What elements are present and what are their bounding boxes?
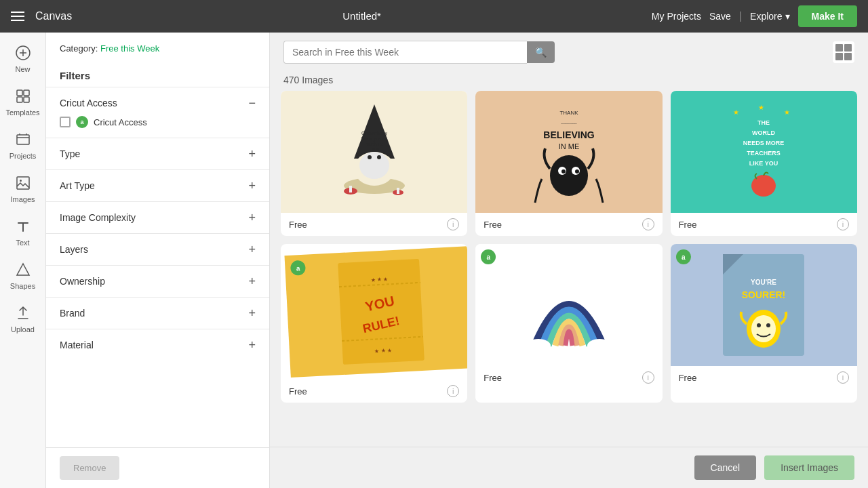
layers-header[interactable]: Layers + [60,243,256,256]
filter-section-brand: Brand + [46,297,269,329]
type-toggle[interactable]: + [248,148,256,160]
cricut-access-header[interactable]: Cricut Access − [60,97,256,109]
cancel-button[interactable]: Cancel [694,455,757,480]
svg-point-50 [587,339,612,352]
image-card-3[interactable]: ★ ★ ★ THE WORLD NEEDS MORE TEACHERS LIKE… [671,91,857,236]
ownership-header[interactable]: Ownership + [60,275,256,287]
svg-point-31 [575,169,579,174]
image-thumb-1: Gnomebody loves you as much as I do! [281,91,467,213]
info-icon-3[interactable]: i [837,218,849,230]
image-thumb-6: a YOU'RE SOURER! [671,244,857,366]
svg-marker-8 [17,264,29,275]
material-toggle[interactable]: + [248,339,256,351]
templates-icon [14,87,33,106]
sidebar-item-upload[interactable]: Upload [3,298,43,339]
image-price-4: Free [289,386,307,396]
make-it-button[interactable]: Make It [798,5,857,27]
cricut-access-checkbox[interactable] [60,117,71,127]
sidebar-item-projects[interactable]: Projects [3,125,43,165]
svg-text:_______: _______ [560,120,577,124]
info-icon-2[interactable]: i [642,218,654,230]
svg-text:★ ★ ★: ★ ★ ★ [370,276,388,283]
image-card-4[interactable]: a ★ ★ ★ YOU RULE! ★ ★ ★ Free i [281,244,467,403]
info-icon-6[interactable]: i [837,371,849,384]
image-complexity-title: Image Complexity [60,212,136,223]
sidebar-text-label: Text [16,239,29,247]
grid-cell-3 [835,53,843,60]
svg-point-27 [550,155,588,196]
sidebar-templates-label: Templates [5,108,39,117]
image-card-2[interactable]: THANK _______ BELIEVING IN ME [475,91,662,236]
layers-toggle[interactable]: + [248,243,256,256]
svg-point-57 [757,323,761,327]
svg-point-41 [751,175,776,197]
ownership-title: Ownership [60,276,105,287]
search-input[interactable] [283,41,527,64]
image-card-5[interactable]: a Free i [475,244,662,403]
brand-header[interactable]: Brand + [60,307,256,319]
brand-toggle[interactable]: + [248,307,256,319]
sidebar-item-images[interactable]: Images [3,168,43,209]
save-button[interactable]: Save [709,11,731,22]
content-header: 🔍 [270,33,868,72]
ownership-toggle[interactable]: + [248,275,256,287]
sidebar-item-text[interactable]: Text [3,211,43,252]
svg-text:BELIEVING: BELIEVING [543,129,595,140]
doc-title: Untitled* [342,10,381,22]
svg-rect-5 [17,135,29,144]
upload-icon [14,304,33,323]
search-button[interactable]: 🔍 [527,41,555,63]
image-price-5: Free [484,373,502,383]
remove-button[interactable]: Remove [60,456,119,480]
projects-icon [14,130,33,149]
grid-toggle-button[interactable] [833,41,854,63]
art-type-header[interactable]: Art Type + [60,180,256,192]
svg-text:TEACHERS: TEACHERS [747,150,781,157]
sidebar-shapes-label: Shapes [10,282,35,290]
brand-title: Brand [60,308,85,319]
image-footer-1: Free i [281,213,467,236]
cricut-access-toggle[interactable]: − [248,97,256,109]
svg-rect-16 [349,186,352,192]
layers-title: Layers [60,244,88,255]
sidebar-item-shapes[interactable]: Shapes [3,255,43,296]
type-header[interactable]: Type + [60,148,256,160]
art-type-toggle[interactable]: + [248,180,256,192]
insert-images-button[interactable]: Insert Images [764,455,854,480]
art-type-title: Art Type [60,180,95,191]
filter-section-art-type: Art Type + [46,169,269,201]
svg-text:★: ★ [784,108,790,116]
svg-point-49 [526,339,551,352]
svg-point-7 [20,180,22,182]
image-thumb-4: a ★ ★ ★ YOU RULE! ★ ★ ★ [284,246,467,378]
explore-button[interactable]: Explore ▾ [750,11,789,22]
icon-sidebar: New Templates Projects Images Text [0,33,46,488]
my-projects-button[interactable]: My Projects [652,11,701,22]
info-icon-1[interactable]: i [447,218,459,230]
image-card-1[interactable]: Gnomebody loves you as much as I do! Fre… [281,91,467,236]
info-icon-4[interactable]: i [447,385,459,397]
image-footer-4: Free i [281,380,467,403]
info-icon-5[interactable]: i [642,371,654,384]
filter-section-cricut-access: Cricut Access − a Cricut Access [46,87,269,138]
svg-rect-4 [24,97,29,102]
sidebar-item-templates[interactable]: Templates [3,81,43,122]
filter-section-type: Type + [46,138,269,169]
image-thumb-3: ★ ★ ★ THE WORLD NEEDS MORE TEACHERS LIKE… [671,91,857,213]
image-card-6[interactable]: a YOU'RE SOURER! [671,244,857,403]
svg-text:THANK: THANK [559,110,578,116]
sidebar-item-new[interactable]: New [3,38,43,79]
image-thumb-2: THANK _______ BELIEVING IN ME [475,91,662,213]
image-complexity-toggle[interactable]: + [248,211,256,224]
svg-rect-3 [17,97,22,102]
category-link[interactable]: Free this Week [100,43,159,54]
filter-section-material: Material + [46,329,269,361]
material-header[interactable]: Material + [60,339,256,351]
svg-text:THE: THE [757,119,770,126]
hamburger-menu[interactable] [11,12,24,21]
svg-text:★: ★ [758,104,764,111]
nav-center: Untitled* [83,10,641,22]
cricut-checkbox-row: a Cricut Access [60,116,256,128]
image-complexity-header[interactable]: Image Complexity + [60,211,256,224]
filter-panel: Category: Free this Week Filters Cricut … [46,33,270,488]
